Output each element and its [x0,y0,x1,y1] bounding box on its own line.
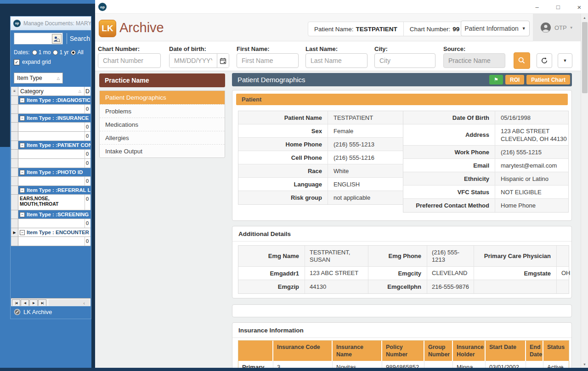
field-label: Primary Care Physician [474,246,557,266]
category-header-label: Category [20,88,44,95]
field-row: Preferred Contact MethodHome Phone [403,199,568,212]
collapse-icon[interactable]: − [20,116,25,121]
minimize-button[interactable]: – [530,2,544,12]
date-radio-1yr[interactable]: 1 yr [53,49,68,56]
more-options-button[interactable]: ▼ [558,53,572,68]
calendar-icon[interactable] [217,54,229,67]
document-row[interactable]: 0 [11,219,90,228]
category-cell [18,237,85,246]
scroll-up-icon[interactable]: ▲ [581,14,588,21]
bottom-edge [0,368,588,371]
main-titlebar[interactable]: op – □ × [95,0,588,14]
group-row[interactable]: −Item Type : :INSURANCE [11,114,90,123]
first-name-input[interactable] [237,53,299,68]
document-row[interactable]: EARS,NOSE, MOUTH,THROAT0 [11,195,90,210]
source-input[interactable] [443,53,505,68]
field-value: TESTPATIENT, SUSAN [305,246,368,266]
roi-button[interactable]: ROI [505,75,524,84]
collapse-icon[interactable]: − [20,188,25,193]
city-input[interactable] [374,53,435,68]
count-cell: 0 [85,195,90,210]
document-row[interactable]: 0 [11,150,90,159]
row-indicator [11,114,18,122]
radio-circle [32,50,37,55]
radio-label: 1 mo [39,49,51,56]
date-radio-1mo[interactable]: 1 mo [32,49,51,56]
field-value: CLEVELAND [427,267,474,280]
document-row[interactable]: 0 [11,132,90,141]
document-row[interactable]: 0 [11,177,90,186]
sidebar-item-intake-output[interactable]: Intake Output [100,144,225,157]
field-label: Language [238,178,328,191]
group-label: Item Type : :SCREENING TI [27,212,90,217]
field-row: SexFemale [238,124,403,138]
window-title: Manage Documents: MARY [23,20,91,27]
chart-number-input[interactable] [98,53,161,68]
patient-search-icon[interactable] [52,34,62,44]
refresh-button[interactable] [537,53,552,68]
field-label: Emgaddr1 [238,267,305,280]
field-label: Race [238,164,328,177]
collapse-icon[interactable]: − [20,212,25,217]
collapse-icon[interactable]: − [20,98,25,103]
group-row[interactable]: −Item Type : :SCREENING TI [11,210,90,219]
search-button[interactable]: Search [70,35,90,42]
chart-number-label: Chart Number: [410,26,451,33]
group-row[interactable]: −Item Type : :DIAGNOSTIC T [11,96,90,105]
document-search-input[interactable] [14,33,63,45]
field-row: RaceWhite [238,164,403,178]
expand-grid-checkbox[interactable]: ✓ [14,59,20,65]
patient-chart-button[interactable]: Patient Chart [526,75,570,84]
user-menu[interactable]: OTP ▼ [533,14,581,41]
group-row[interactable]: −Item Type : :PHOTO ID [11,168,90,177]
content-title: Patient Demographics [237,76,305,84]
lk-archive-window: op – □ × LK Archive Patient Name: TESTPA… [95,0,588,371]
sidebar-item-problems[interactable]: Problems [100,104,225,118]
last-name-input[interactable] [305,53,368,68]
group-label: Item Type : :DIAGNOSTIC T [27,97,90,103]
row-indicator [11,186,18,194]
divider [232,241,571,242]
maximize-button[interactable]: □ [551,2,565,12]
row-indicator [11,96,18,104]
additional-details-section: Additional Details Emg NameTESTPATIENT, … [232,226,572,298]
collapse-icon[interactable]: − [20,143,25,148]
document-row[interactable]: 0 [11,159,90,168]
category-column-header[interactable]: Category△ [18,87,85,96]
field-label: Emgcellphn [368,280,427,293]
field-label: Patient Name [238,111,328,124]
group-by-chip[interactable]: Item Type △ [14,73,63,84]
scroll-down-icon[interactable]: ▼ [581,360,588,368]
sidebar-item-medications[interactable]: Medications [100,118,225,131]
group-row[interactable]: −Item Type : :REFERRAL LET [11,186,90,195]
sidebar-item-patient-demographics[interactable]: Patient Demographics [100,91,225,104]
group-row[interactable]: −Item Type : :PATIENT CON [11,141,90,150]
search-button[interactable] [514,52,530,69]
group-row[interactable]: ▶−Item Type : ENCOUNTER G [11,228,90,237]
document-row[interactable]: 0 [11,105,90,114]
vertical-scrollbar[interactable]: ▲ ▼ [581,14,588,368]
date-radio-All[interactable]: All [71,49,83,56]
row-indicator [11,141,18,149]
dob-input[interactable] [170,54,217,67]
avatar-icon [540,22,551,33]
document-row[interactable]: 0 [11,237,90,246]
field-label: Preferred Contact Method [403,199,495,212]
group-by-field-label: Item Type [17,75,42,81]
op-app-icon: op [98,3,107,11]
patient-information-button[interactable]: Patient Information ▼ [461,21,530,36]
flag-button[interactable]: ⚑ [489,75,503,84]
scrollbar-thumb[interactable] [582,22,588,93]
group-label: Item Type : :PHOTO ID [27,169,83,175]
collapse-icon[interactable]: − [20,170,25,175]
scroll-left-icon[interactable]: ‹ [83,300,85,306]
sidebar-item-allergies[interactable]: Allergies [100,131,225,144]
document-row[interactable]: 0 [11,123,90,132]
collapse-icon[interactable]: − [20,230,25,235]
count-cell: 0 [85,123,90,131]
close-button[interactable]: × [572,2,586,12]
category-cell: EARS,NOSE, MOUTH,THROAT [18,195,85,210]
manage-documents-titlebar[interactable]: op Manage Documents: MARY [11,17,91,30]
field-value: White [328,164,403,177]
patient-details-table-right: Date Of Birth05/16/1998Address123 ABC ST… [403,111,569,213]
